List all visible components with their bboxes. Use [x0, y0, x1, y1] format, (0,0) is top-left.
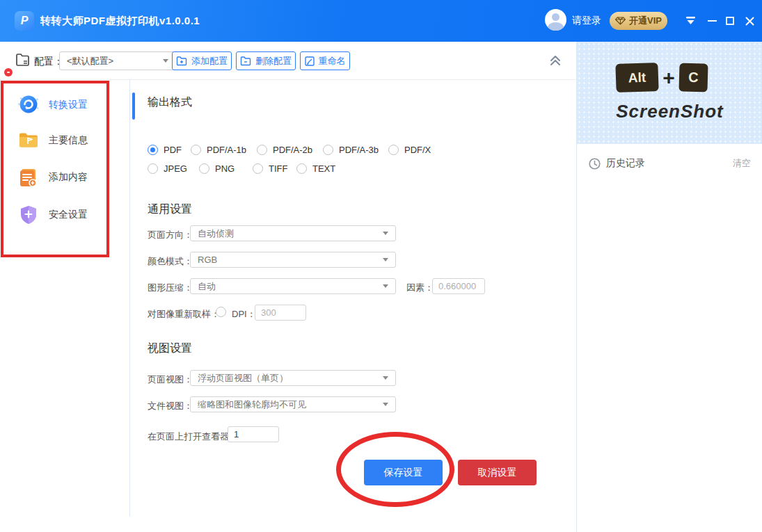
radio-dot [388, 145, 399, 155]
chevron-down-icon [383, 258, 388, 261]
sidebar-item-label: 安全设置 [49, 209, 88, 221]
app-logo-letter: P [21, 15, 29, 27]
radio-label: PDF [164, 145, 182, 155]
radio-label: PDF/X [404, 145, 431, 155]
radio-label: PDF/A-1b [207, 145, 246, 155]
radio-label: TIFF [269, 163, 287, 174]
radio-dot [148, 145, 158, 155]
radio-text[interactable]: TEXT [296, 163, 335, 175]
select-value: 自动 [198, 280, 383, 293]
radio-jpeg[interactable]: JPEG [148, 163, 187, 175]
file-view-label: 文件视图： [148, 400, 193, 412]
radio-dot [257, 145, 267, 155]
alt-keycap: Alt [615, 63, 658, 92]
general-section-title: 通用设置 [148, 202, 192, 217]
factor-label: 因素： [406, 282, 434, 294]
sidebar-item-convert-settings[interactable]: 转换设置 [17, 93, 107, 117]
collapse-panel-icon[interactable] [548, 53, 563, 70]
chevron-down-icon [383, 232, 388, 235]
compression-select[interactable]: 自动 [190, 278, 396, 294]
color-mode-select[interactable]: RGB [190, 252, 396, 268]
radio-pdf-x[interactable]: PDF/X [388, 144, 431, 156]
radio-pdf-a2b[interactable]: PDF/A-2b [257, 144, 312, 156]
config-folder-icon [15, 54, 30, 70]
sidebar-divider [129, 80, 130, 517]
dpi-label: DPI： [232, 308, 256, 321]
close-button[interactable] [742, 0, 757, 42]
history-label: 历史记录 [606, 157, 645, 170]
radio-dot [296, 163, 307, 174]
clear-history-button[interactable]: 清空 [733, 157, 751, 170]
radio-dot [199, 163, 209, 174]
history-header: 历史记录 清空 [577, 152, 762, 175]
c-keycap: C [678, 63, 708, 92]
section-accent-bar [132, 92, 135, 120]
page-view-select[interactable]: 浮动页面视图（单页） [190, 370, 396, 386]
cancel-settings-button[interactable]: 取消设置 [458, 460, 537, 485]
rename-button[interactable]: 重命名 [300, 51, 350, 70]
shield-plus-icon [17, 203, 40, 227]
sidebar-item-label: 转换设置 [49, 99, 88, 111]
radio-pdf[interactable]: PDF [148, 144, 182, 156]
page-view-label: 页面视图： [148, 373, 193, 386]
app-logo-icon: P [15, 11, 34, 31]
chevron-down-icon [383, 376, 388, 380]
factor-input[interactable] [432, 278, 485, 294]
config-select-value: <默认配置> [67, 55, 163, 67]
radio-dot [216, 307, 226, 317]
radio-pdf-a1b[interactable]: PDF/A-1b [191, 144, 246, 156]
delete-config-button[interactable]: 删除配置 [236, 51, 296, 70]
view-section-title: 视图设置 [148, 341, 192, 356]
sidebar-item-add-content[interactable]: 添加内容 [17, 166, 107, 189]
page-orientation-label: 页面方向： [148, 229, 193, 241]
radio-pdf-a3b[interactable]: PDF/A-3b [323, 144, 379, 156]
plus-sign: + [657, 65, 681, 90]
radio-dot [148, 163, 158, 174]
window-title: 转转大师PDF虚拟打印机v1.0.0.1 [40, 0, 200, 42]
delete-config-label: 删除配置 [255, 55, 292, 67]
dpi-input[interactable] [255, 305, 306, 321]
radio-label: JPEG [164, 163, 187, 174]
sidebar-item-main-info[interactable]: 主要信息 [17, 129, 107, 152]
screenshot-banner[interactable]: Alt + C ScreenShot [577, 42, 762, 144]
sidebar-item-security-settings[interactable]: 安全设置 [17, 203, 107, 227]
radio-tiff[interactable]: TIFF [253, 163, 287, 175]
viewer-count-label: 在页面上打开查看器： [148, 430, 238, 443]
minimize-button[interactable] [704, 0, 720, 42]
maximize-button[interactable] [722, 0, 738, 42]
notification-badge [4, 68, 13, 76]
folder-flag-icon [17, 129, 40, 152]
radio-dot [253, 163, 263, 174]
radio-dot [191, 145, 201, 155]
viewer-count-input[interactable] [228, 426, 279, 442]
radio-png[interactable]: PNG [199, 163, 235, 175]
folder-plus-icon [176, 56, 187, 66]
select-value: 浮动页面视图（单页） [198, 372, 383, 385]
resample-radio[interactable] [216, 306, 226, 318]
radio-label: PDF/A-3b [339, 145, 379, 155]
clock-icon [589, 158, 601, 170]
edit-icon [305, 56, 315, 66]
save-settings-button[interactable]: 保存设置 [364, 460, 443, 485]
vip-label: 开通VIP [629, 15, 662, 27]
login-link[interactable]: 请登录 [572, 0, 601, 42]
select-value: RGB [198, 255, 383, 265]
document-add-icon [17, 166, 40, 189]
resample-label: 对图像重新取样： [148, 308, 220, 321]
radio-label: PDF/A-2b [273, 145, 312, 155]
file-view-select[interactable]: 缩略图和图像轮廓均不可见 [190, 396, 396, 412]
sidebar-item-label: 添加内容 [49, 171, 88, 184]
add-config-label: 添加配置 [191, 55, 228, 67]
convert-icon [17, 93, 40, 117]
close-icon [745, 17, 754, 26]
add-config-button[interactable]: 添加配置 [172, 51, 232, 70]
page-orientation-select[interactable]: 自动侦测 [190, 225, 396, 241]
app-window: P 转转大师PDF虚拟打印机v1.0.0.1 请登录 开通VIP 配置： <默认… [0, 0, 762, 532]
collapse-to-tray-icon[interactable] [683, 0, 698, 42]
avatar[interactable] [545, 9, 566, 31]
chevron-down-icon [163, 59, 168, 63]
vip-button[interactable]: 开通VIP [610, 12, 667, 30]
config-select[interactable]: <默认配置> [59, 51, 176, 70]
maximize-icon [726, 17, 734, 25]
right-panel: Alt + C ScreenShot 历史记录 清空 [576, 42, 762, 532]
